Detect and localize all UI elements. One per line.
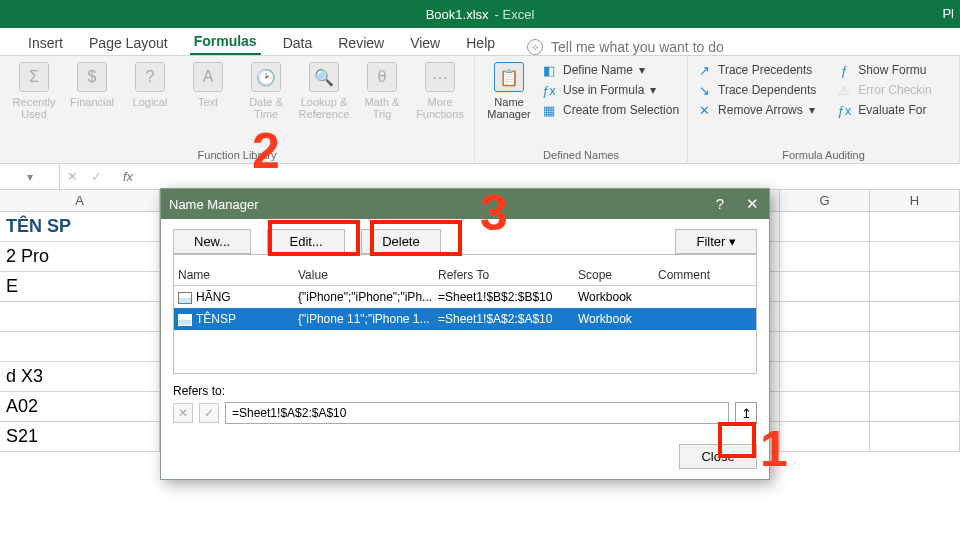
col-comment[interactable]: Comment bbox=[654, 265, 734, 285]
rbn-financial[interactable]: $Financial bbox=[66, 62, 118, 120]
file-name: Book1.xlsx bbox=[426, 7, 489, 22]
group-formula-auditing: Formula Auditing bbox=[696, 147, 951, 161]
commit-icon[interactable]: ✓ bbox=[199, 403, 219, 423]
cell-a[interactable] bbox=[0, 302, 160, 332]
dialog-title: Name Manager bbox=[169, 197, 259, 212]
rbn-create-selection[interactable]: ▦Create from Selection bbox=[541, 102, 679, 118]
new-button[interactable]: New... bbox=[173, 229, 251, 254]
tab-view[interactable]: View bbox=[406, 31, 444, 55]
table-icon bbox=[178, 314, 192, 326]
col-scope[interactable]: Scope bbox=[574, 265, 654, 285]
cancel-icon[interactable]: ✕ bbox=[60, 169, 84, 184]
tab-formulas[interactable]: Formulas bbox=[190, 29, 261, 55]
rbn-text[interactable]: AText bbox=[182, 62, 234, 120]
group-defined-names: Defined Names bbox=[483, 147, 679, 161]
list-item-selected[interactable]: TÊNSP {"iPhone 11";"iPhone 1... =Sheet1!… bbox=[174, 308, 756, 330]
col-name[interactable]: Name bbox=[174, 265, 294, 285]
tab-review[interactable]: Review bbox=[334, 31, 388, 55]
tab-page-layout[interactable]: Page Layout bbox=[85, 31, 172, 55]
rbn-trace-precedents[interactable]: ↗Trace Precedents bbox=[696, 62, 816, 78]
name-manager-dialog: Name Manager ? ✕ New... Edit... Delete F… bbox=[160, 188, 770, 480]
dialog-titlebar[interactable]: Name Manager ? ✕ bbox=[161, 189, 769, 219]
cell-a[interactable] bbox=[0, 332, 160, 362]
delete-button[interactable]: Delete bbox=[361, 229, 441, 254]
cell-a[interactable]: 2 Pro bbox=[0, 242, 160, 272]
collapse-dialog-icon[interactable]: ↥ bbox=[735, 402, 757, 424]
rbn-use-in-formula[interactable]: ƒxUse in Formula ▾ bbox=[541, 82, 679, 98]
enter-icon[interactable]: ✓ bbox=[84, 169, 108, 184]
table-icon bbox=[178, 292, 192, 304]
rbn-show-formulas[interactable]: ƒShow Formu bbox=[836, 62, 931, 78]
rbn-remove-arrows[interactable]: ✕Remove Arrows ▾ bbox=[696, 102, 816, 118]
cell-a[interactable]: d X3 bbox=[0, 362, 160, 392]
names-list[interactable]: Name Value Refers To Scope Comment HÃNG … bbox=[173, 254, 757, 374]
rbn-math[interactable]: θMath & Trig bbox=[356, 62, 408, 120]
name-box[interactable]: ▾ bbox=[0, 164, 60, 189]
lightbulb-icon: ✧ bbox=[527, 39, 543, 55]
col-refers[interactable]: Refers To bbox=[434, 265, 574, 285]
rbn-name-manager[interactable]: 📋Name Manager bbox=[483, 62, 535, 120]
tell-me[interactable]: ✧ Tell me what you want to do bbox=[527, 39, 724, 55]
list-item[interactable]: HÃNG {"iPhone";"iPhone";"iPh... =Sheet1!… bbox=[174, 286, 756, 308]
filter-button[interactable]: Filter ▾ bbox=[675, 229, 757, 254]
tab-data[interactable]: Data bbox=[279, 31, 317, 55]
col-A[interactable]: A bbox=[0, 190, 160, 211]
tab-help[interactable]: Help bbox=[462, 31, 499, 55]
rbn-lookup[interactable]: 🔍Lookup & Reference bbox=[298, 62, 350, 120]
help-icon[interactable]: ? bbox=[711, 195, 729, 213]
group-function-library: Function Library bbox=[8, 147, 466, 161]
titlebar-right-text: Pl bbox=[942, 0, 954, 28]
app-name: - Excel bbox=[495, 7, 535, 22]
rbn-logical[interactable]: ?Logical bbox=[124, 62, 176, 120]
col-G[interactable]: G bbox=[780, 190, 870, 211]
close-icon[interactable]: ✕ bbox=[743, 195, 761, 213]
title-bar: Book1.xlsx - Excel Pl bbox=[0, 0, 960, 28]
rbn-evaluate-formula[interactable]: ƒxEvaluate For bbox=[836, 102, 931, 118]
rbn-define-name[interactable]: ◧Define Name ▾ bbox=[541, 62, 679, 78]
col-H[interactable]: H bbox=[870, 190, 960, 211]
fx-icon[interactable]: fx bbox=[108, 169, 148, 184]
rbn-more[interactable]: ⋯More Functions bbox=[414, 62, 466, 120]
refers-to-label: Refers to: bbox=[173, 384, 757, 398]
rbn-trace-dependents[interactable]: ↘Trace Dependents bbox=[696, 82, 816, 98]
edit-button[interactable]: Edit... bbox=[267, 229, 345, 254]
rbn-error-checking[interactable]: ⚠Error Checkin bbox=[836, 82, 931, 98]
close-button[interactable]: Close bbox=[679, 444, 757, 469]
cell-header[interactable]: TÊN SP bbox=[0, 212, 160, 242]
ribbon-tabs: Insert Page Layout Formulas Data Review … bbox=[0, 28, 960, 56]
formula-bar: ▾ ✕ ✓ fx bbox=[0, 164, 960, 190]
ribbon: ΣRecently Used $Financial ?Logical AText… bbox=[0, 56, 960, 164]
cell-a[interactable]: A02 bbox=[0, 392, 160, 422]
col-value[interactable]: Value bbox=[294, 265, 434, 285]
rbn-date-time[interactable]: 🕑Date & Time bbox=[240, 62, 292, 120]
tab-insert[interactable]: Insert bbox=[24, 31, 67, 55]
discard-icon[interactable]: ✕ bbox=[173, 403, 193, 423]
cell-a[interactable]: S21 bbox=[0, 422, 160, 452]
tell-me-label: Tell me what you want to do bbox=[551, 39, 724, 55]
refers-to-input[interactable]: =Sheet1!$A$2:$A$10 bbox=[225, 402, 729, 424]
rbn-recently-used[interactable]: ΣRecently Used bbox=[8, 62, 60, 120]
cell-a[interactable]: E bbox=[0, 272, 160, 302]
